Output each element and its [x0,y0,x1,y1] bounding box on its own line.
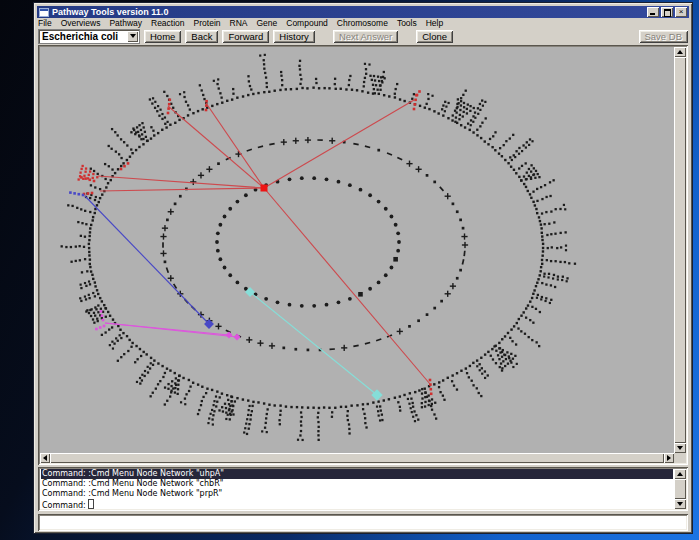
app-icon [39,8,49,17]
maximize-icon [664,9,671,17]
menu-item-compound[interactable]: Compound [286,19,328,28]
chevron-down-icon [130,34,136,38]
history-button[interactable]: History [273,30,315,43]
console-prompt-line[interactable]: Command: [41,499,673,509]
organism-selector[interactable]: Escherichia coli [38,29,140,44]
arrow-up-icon [677,50,683,54]
console-line[interactable]: Command: :Cmd Menu Node Network "chbR" [41,479,673,489]
home-button[interactable]: Home [144,30,181,43]
menu-item-file[interactable]: File [38,19,52,28]
organism-value: Escherichia coli [39,31,127,42]
title-bar[interactable]: Pathway Tools version 11.0 × [37,6,689,18]
toolbar: Escherichia coli Home Back Forward Histo… [38,29,688,43]
arrow-down-icon [677,446,683,450]
arrow-right-icon [667,455,671,461]
desktop: Pathway Tools version 11.0 × File Overvi… [0,0,699,540]
maximize-button[interactable] [661,7,673,17]
menu-bar: File Overviews Pathway Reaction Protein … [38,19,688,28]
console-scroll-down-button[interactable] [674,499,686,509]
canvas-vertical-scrollbar[interactable] [674,47,686,453]
app-window: Pathway Tools version 11.0 × File Overvi… [33,2,693,534]
horizontal-scroll-thumb[interactable] [50,453,664,463]
menu-item-protein[interactable]: Protein [194,19,221,28]
command-console: Command: :Cmd Menu Node Network "uhpA" C… [38,467,688,511]
menu-item-help[interactable]: Help [426,19,443,28]
scroll-down-button[interactable] [674,443,686,453]
console-scroll-up-button[interactable] [674,469,686,479]
console-output[interactable]: Command: :Cmd Menu Node Network "uhpA" C… [41,469,673,509]
console-scroll-thumb[interactable] [674,479,686,499]
console-line[interactable]: Command: :Cmd Menu Node Network "uhpA" [41,469,673,479]
arrow-up-icon [677,472,683,476]
console-vertical-scrollbar[interactable] [674,469,686,509]
text-caret [88,499,94,509]
clone-button[interactable]: Clone [416,30,453,43]
menu-item-rna[interactable]: RNA [230,19,248,28]
command-input[interactable] [38,514,688,531]
scroll-right-button[interactable] [664,453,674,463]
menu-item-chromosome[interactable]: Chromosome [337,19,388,28]
forward-button[interactable]: Forward [222,30,269,43]
organism-dropdown-button[interactable] [127,31,138,42]
minimize-icon [650,13,655,15]
regulatory-overview-diagram[interactable] [40,47,674,453]
next-answer-button: Next Answer [333,30,398,43]
window-title: Pathway Tools version 11.0 [52,6,647,18]
vertical-scroll-thumb[interactable] [674,57,686,443]
save-db-button: Save DB [639,30,689,43]
arrow-down-icon [677,502,683,506]
minimize-button[interactable] [647,7,659,17]
arrow-left-icon [43,455,47,461]
menu-item-pathway[interactable]: Pathway [109,19,142,28]
network-canvas[interactable] [40,47,674,453]
menu-item-gene[interactable]: Gene [256,19,277,28]
canvas-frame [38,45,688,465]
menu-item-tools[interactable]: Tools [397,19,417,28]
console-prompt: Command: [42,501,86,509]
canvas-horizontal-scrollbar[interactable] [40,453,674,463]
scroll-up-button[interactable] [674,47,686,57]
close-button[interactable]: × [675,7,687,17]
menu-item-reaction[interactable]: Reaction [151,19,185,28]
scroll-left-button[interactable] [40,453,50,463]
menu-item-overviews[interactable]: Overviews [61,19,101,28]
back-button[interactable]: Back [185,30,218,43]
console-line[interactable]: Command: :Cmd Menu Node Network "prpR" [41,489,673,499]
